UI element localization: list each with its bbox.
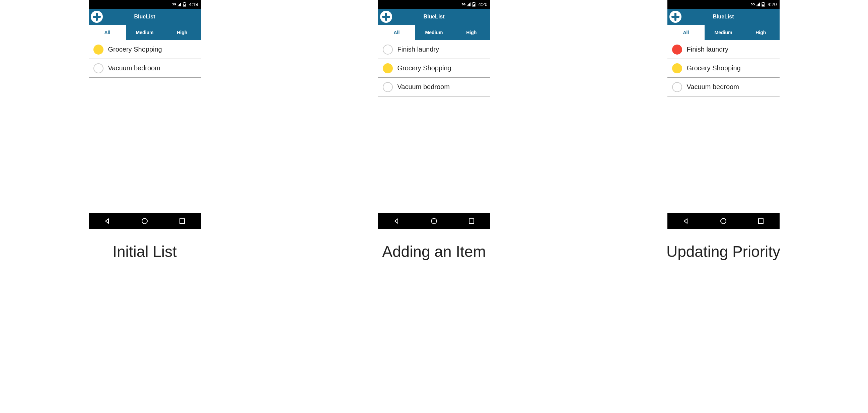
app-title: BlueList	[713, 14, 734, 20]
item-label: Finish laundry	[398, 46, 439, 53]
battery-icon	[472, 2, 475, 7]
item-label: Finish laundry	[687, 46, 729, 53]
status-bar: 3G4:20	[668, 0, 780, 9]
tab-all[interactable]: All	[89, 25, 126, 40]
svg-rect-21	[672, 16, 679, 18]
svg-rect-23	[758, 219, 763, 224]
tab-high[interactable]: High	[453, 25, 490, 40]
item-label: Vacuum bedroom	[687, 83, 739, 91]
tab-all[interactable]: All	[668, 25, 705, 40]
svg-rect-9	[473, 2, 474, 3]
todo-list: Finish laundryGrocery ShoppingVacuum bed…	[668, 40, 780, 213]
item-label: Vacuum bedroom	[398, 83, 450, 91]
signal-icon	[755, 2, 760, 7]
tab-medium[interactable]: Medium	[705, 25, 742, 40]
add-item-button[interactable]	[380, 11, 392, 23]
tab-medium[interactable]: Medium	[126, 25, 163, 40]
list-item[interactable]: Grocery Shopping	[89, 40, 201, 59]
list-item[interactable]: Vacuum bedroom	[668, 78, 780, 96]
item-label: Grocery Shopping	[398, 64, 452, 72]
tabs-bar: AllMediumHigh	[378, 25, 490, 40]
app-title: BlueList	[134, 14, 155, 20]
signal-icon	[177, 2, 182, 7]
phone-screen: 3G4:20BlueListAllMediumHighFinish laundr…	[668, 0, 780, 229]
svg-rect-15	[469, 219, 474, 224]
priority-dot-icon	[672, 82, 682, 92]
navigation-bar	[668, 213, 780, 229]
screen-caption: Initial List	[113, 242, 177, 261]
priority-dot-icon	[672, 45, 682, 55]
item-label: Vacuum bedroom	[108, 64, 160, 72]
navigation-bar	[89, 213, 201, 229]
list-item[interactable]: Vacuum bedroom	[378, 78, 490, 96]
tabs-bar: AllMediumHigh	[668, 25, 780, 40]
item-label: Grocery Shopping	[687, 64, 741, 72]
priority-dot-icon	[383, 63, 393, 73]
todo-list: Grocery ShoppingVacuum bedroom	[89, 40, 201, 213]
svg-point-14	[431, 218, 437, 224]
list-item[interactable]: Grocery Shopping	[668, 59, 780, 78]
phone-screen: 3G4:20BlueListAllMediumHighFinish laundr…	[378, 0, 490, 229]
list-item[interactable]: Finish laundry	[378, 40, 490, 59]
svg-rect-1	[184, 2, 185, 3]
network-3g-label: 3G	[172, 3, 176, 6]
navigation-bar	[378, 213, 490, 229]
svg-point-22	[721, 218, 726, 224]
battery-icon	[762, 2, 765, 7]
tab-medium[interactable]: Medium	[415, 25, 453, 40]
recent-apps-button[interactable]	[468, 217, 475, 225]
status-time: 4:20	[478, 2, 487, 7]
tab-high[interactable]: High	[163, 25, 201, 40]
network-3g-label: 3G	[751, 3, 755, 6]
svg-rect-13	[382, 16, 390, 18]
tab-high[interactable]: High	[742, 25, 780, 40]
status-bar: 3G4:19	[89, 0, 201, 9]
phone-screen: 3G4:19BlueListAllMediumHighGrocery Shopp…	[89, 0, 201, 229]
back-button[interactable]	[682, 217, 689, 225]
svg-point-6	[142, 218, 147, 224]
screen-caption: Adding an Item	[382, 242, 486, 261]
status-time: 4:20	[768, 2, 777, 7]
svg-rect-5	[93, 16, 101, 18]
svg-rect-7	[180, 219, 185, 224]
network-3g-label: 3G	[461, 3, 465, 6]
priority-dot-icon	[383, 82, 393, 92]
home-button[interactable]	[720, 217, 727, 225]
app-header: BlueList	[89, 9, 201, 25]
item-label: Grocery Shopping	[108, 46, 162, 53]
home-button[interactable]	[430, 217, 438, 225]
list-item[interactable]: Grocery Shopping	[378, 59, 490, 78]
signal-icon	[466, 2, 471, 7]
app-header: BlueList	[378, 9, 490, 25]
app-title: BlueList	[423, 14, 444, 20]
back-button[interactable]	[393, 217, 400, 225]
todo-list: Finish laundryGrocery ShoppingVacuum bed…	[378, 40, 490, 213]
svg-rect-17	[763, 2, 764, 3]
list-item[interactable]: Vacuum bedroom	[89, 59, 201, 78]
app-header: BlueList	[668, 9, 780, 25]
priority-dot-icon	[93, 45, 103, 55]
battery-icon	[183, 2, 186, 7]
add-item-button[interactable]	[670, 11, 681, 23]
list-item[interactable]: Finish laundry	[668, 40, 780, 59]
screen-caption: Updating Priority	[666, 242, 780, 261]
priority-dot-icon	[672, 63, 682, 73]
recent-apps-button[interactable]	[757, 217, 765, 225]
status-bar: 3G4:20	[378, 0, 490, 9]
priority-dot-icon	[93, 63, 103, 73]
priority-dot-icon	[383, 45, 393, 55]
home-button[interactable]	[141, 217, 148, 225]
recent-apps-button[interactable]	[179, 217, 186, 225]
add-item-button[interactable]	[91, 11, 103, 23]
back-button[interactable]	[103, 217, 111, 225]
status-time: 4:19	[189, 2, 198, 7]
tabs-bar: AllMediumHigh	[89, 25, 201, 40]
tab-all[interactable]: All	[378, 25, 415, 40]
